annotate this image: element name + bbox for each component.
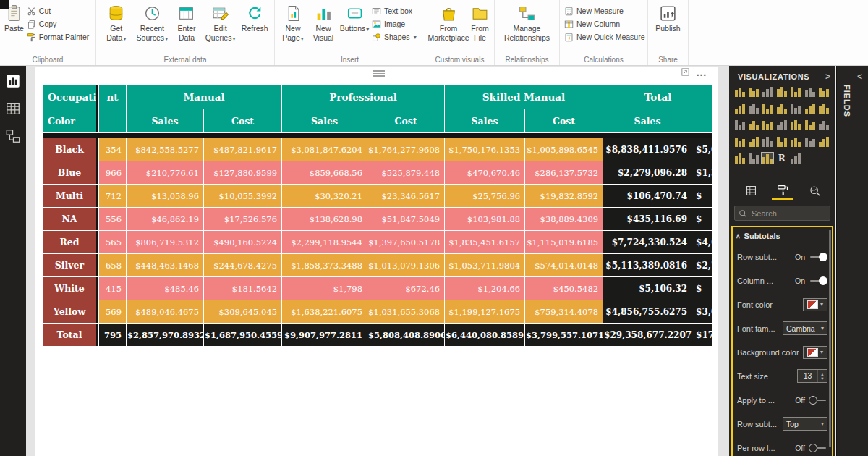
visual-icon-treemap[interactable]	[762, 119, 773, 130]
matrix-cell[interactable]: $1,397,650.5178	[367, 231, 444, 253]
matrix-row-label[interactable]: White	[43, 277, 98, 300]
matrix-cell[interactable]: $1,053,711.9804	[445, 254, 524, 276]
report-view-button[interactable]	[5, 73, 21, 89]
matrix-row-label[interactable]: Blue	[43, 161, 98, 184]
new-measure-button[interactable]: New Measure	[564, 5, 645, 17]
data-view-button[interactable]	[5, 101, 21, 117]
matrix-cell[interactable]: $1,687,950.4559	[204, 324, 281, 346]
matrix-column-group-total[interactable]: Total	[603, 85, 712, 109]
visual-icon-python[interactable]	[748, 153, 760, 164]
visual-icon-stacked-column[interactable]	[748, 86, 760, 97]
tab-fields[interactable]	[740, 182, 762, 200]
matrix-cell[interactable]: $1,764,277.9608	[367, 138, 444, 161]
matrix-cell[interactable]: $859,668.56	[282, 161, 367, 184]
matrix-cell[interactable]: $7,724,330.524	[603, 231, 692, 253]
matrix-sub-header[interactable]: Sales	[127, 109, 203, 132]
new-visual-button[interactable]: New Visual	[308, 2, 339, 44]
matrix-cell[interactable]: $450.5482	[525, 277, 603, 300]
stepper-arrows-icon[interactable]: ▴▾	[817, 370, 827, 382]
format-painter-button[interactable]: Format Painter	[27, 31, 89, 43]
visual-icon-scatter[interactable]	[818, 103, 830, 114]
visual-more-options-button[interactable]: …	[696, 69, 707, 76]
visual-icon-r-script[interactable]: R	[776, 153, 788, 164]
matrix-cell[interactable]: $3,799,557.1071	[525, 324, 603, 346]
tab-format[interactable]	[772, 182, 793, 200]
visual-icon-funnel[interactable]	[818, 119, 830, 130]
matrix-sub-header[interactable]: Sales	[282, 109, 367, 132]
matrix-cell[interactable]: $525,879.448	[367, 161, 444, 184]
matrix-sub-header[interactable]: Cost	[204, 109, 281, 132]
matrix-cell[interactable]: $842,558.5277	[127, 138, 203, 161]
enter-data-button[interactable]: Enter Data	[171, 2, 203, 44]
visual-icon-multi-row-card[interactable]	[762, 136, 773, 147]
matrix-sub-header[interactable]	[692, 109, 712, 132]
matrix-sub-header[interactable]: Sales	[603, 109, 692, 132]
matrix-cell[interactable]: $13,058.96	[127, 185, 203, 207]
matrix-row-label[interactable]: Total	[43, 324, 98, 346]
text-size-stepper[interactable]: 13▴▾	[797, 369, 827, 383]
report-page[interactable]: … OccupationntManualProfessionalSkilled …	[35, 67, 718, 456]
matrix-cell[interactable]: $1,858,373.3488	[282, 254, 367, 276]
visual-icon-kpi[interactable]	[776, 136, 788, 147]
matrix-cell[interactable]: $435,116.69	[603, 208, 692, 230]
matrix-cell[interactable]: $448,463.1468	[127, 254, 203, 276]
format-search-box[interactable]	[734, 206, 830, 221]
matrix-sub-header[interactable]: Cost	[525, 109, 603, 132]
image-button[interactable]: Image	[372, 18, 417, 30]
matrix-cell[interactable]: $1,204.66	[445, 277, 524, 300]
matrix-cell[interactable]: $309,645.045	[204, 300, 281, 323]
matrix-cell[interactable]: $4,6	[692, 231, 712, 253]
visual-icon-stacked-area[interactable]	[748, 103, 760, 114]
visual-icon-filled-map[interactable]	[790, 119, 801, 130]
matrix-cell[interactable]: $23,346.5617	[367, 185, 444, 207]
search-input[interactable]	[750, 208, 825, 219]
apply-to-labels-toggle[interactable]	[809, 395, 827, 405]
edit-queries-button[interactable]: Edit Queries▾	[203, 2, 239, 44]
matrix-cell[interactable]: $6,440,080.8589	[445, 324, 524, 346]
matrix-cell[interactable]: $1,115,019.6185	[525, 231, 603, 253]
matrix-corner-color[interactable]: Color	[43, 109, 98, 132]
from-marketplace-button[interactable]: From Marketplace	[428, 2, 469, 44]
expand-fields-chevron[interactable]: <	[857, 72, 862, 82]
matrix-cell[interactable]: $5,0	[692, 138, 712, 161]
new-page-button[interactable]: New Page▾	[278, 2, 308, 44]
matrix-cell[interactable]: $106,470.74	[603, 185, 692, 207]
publish-button[interactable]: Publish	[654, 2, 681, 35]
visual-icon-map[interactable]	[776, 119, 788, 130]
visual-icon-clustered-column[interactable]	[776, 86, 788, 97]
visual-icon-clustered-bar[interactable]	[762, 86, 773, 97]
matrix-sub-header[interactable]	[99, 109, 126, 132]
matrix-cell[interactable]: 966	[99, 161, 126, 184]
recent-sources-button[interactable]: Recent Sources▾	[134, 2, 171, 44]
matrix-cell[interactable]: $127,880.9599	[204, 161, 281, 184]
matrix-cell[interactable]: $30,320.21	[282, 185, 367, 207]
visual-icon-stacked-bar[interactable]	[734, 86, 746, 97]
matrix-cell[interactable]: $51,847.5049	[367, 208, 444, 230]
visual-icon-slicer[interactable]	[790, 136, 801, 147]
matrix-cell[interactable]: $103,981.88	[445, 208, 524, 230]
visual-icon-pie[interactable]	[734, 119, 746, 130]
matrix-cell[interactable]: $1,013,079.1306	[367, 254, 444, 276]
matrix-sub-header[interactable]: Sales	[445, 109, 524, 132]
matrix-cell[interactable]: $286,137.5732	[525, 161, 603, 184]
font-color-picker[interactable]: ▾	[803, 298, 827, 311]
matrix-cell[interactable]: $5,106.32	[603, 277, 692, 300]
matrix-corner-occupation[interactable]: Occupation	[43, 85, 98, 109]
visual-icon-line-clustered-column[interactable]	[762, 103, 773, 114]
collapse-pane-chevron[interactable]: >	[825, 72, 830, 82]
matrix-cell[interactable]: $210,776.61	[127, 161, 203, 184]
matrix-cell[interactable]: $5,113,389.0816	[603, 254, 692, 276]
row-subtotals-toggle[interactable]	[809, 252, 827, 261]
matrix-cell[interactable]: 415	[99, 277, 126, 300]
background-color-picker[interactable]: ▾	[803, 346, 827, 359]
font-family-select[interactable]: Cambria▾	[783, 321, 827, 335]
matrix-cell[interactable]: $3,0	[692, 300, 712, 323]
matrix-cell[interactable]: $46,862.19	[127, 208, 203, 230]
focus-mode-icon[interactable]	[681, 67, 690, 77]
cut-button[interactable]: Cut	[27, 5, 89, 17]
matrix-cell[interactable]: $1,3	[692, 161, 712, 184]
matrix-cell[interactable]: $244,678.4275	[204, 254, 281, 276]
matrix-row-label[interactable]: NA	[43, 208, 98, 230]
matrix-cell[interactable]: $1,005,898.6545	[525, 138, 603, 161]
matrix-cell[interactable]: $470,670.46	[445, 161, 524, 184]
